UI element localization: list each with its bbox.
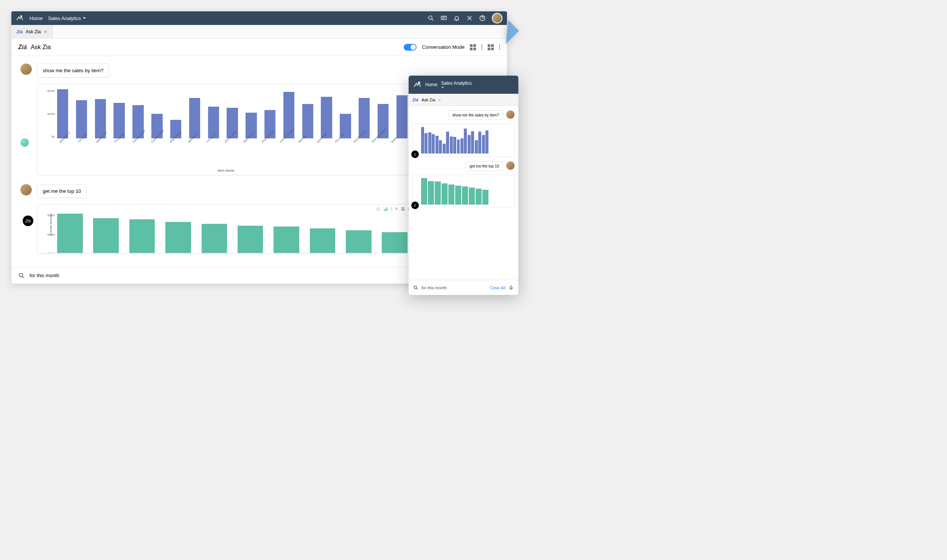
bar-chart-1: $80M $40M $0 Speaker-7.2TV-OLEDSpeaker-5… [42, 89, 410, 150]
image-icon[interactable]: 🖼 [401, 207, 405, 212]
mobile-user-msg: show me the sales by item? [412, 110, 515, 120]
bar[interactable] [129, 219, 155, 253]
chart-area-1: $80M $40M $0 Speaker-7.2TV-OLEDSpeaker-5… [37, 84, 414, 175]
page-title: Ask Zia [31, 44, 51, 51]
brand-logo[interactable] [16, 14, 23, 22]
chart-bars [57, 214, 407, 253]
nav-icons-group [428, 13, 502, 23]
tab-bar: Ziá Ask Zia × [11, 25, 507, 39]
chat-icon[interactable] [440, 15, 447, 22]
mobile-chart-card-1: · · ·· · ·· · · Z [412, 124, 515, 157]
svg-point-1 [429, 16, 432, 19]
bell-icon[interactable] [453, 15, 460, 22]
mobile-info: · · ·· · ·· · · [488, 178, 511, 205]
bar[interactable] [238, 226, 263, 253]
mobile-tab-label: Ask Zia [421, 98, 435, 102]
mobile-tab[interactable]: Ziá Ask Zia × [409, 94, 518, 106]
nav-home[interactable]: Home [30, 16, 43, 21]
user-avatar-small [20, 184, 32, 195]
tab-ask-zia[interactable]: Ziá Ask Zia × [11, 25, 53, 38]
bar[interactable] [165, 222, 191, 253]
user-avatar-small [506, 110, 515, 119]
bar[interactable] [57, 89, 68, 138]
zia-icon: Ziá [17, 29, 23, 34]
user-avatar-small [20, 64, 32, 75]
more-menu-icon[interactable] [481, 45, 482, 50]
layout-grid-icon[interactable] [470, 44, 476, 50]
mobile-bar-chart [416, 127, 488, 154]
x-axis-title: Item Name [42, 169, 410, 172]
user-message-bubble: show me the sales by item? [37, 64, 109, 78]
bar[interactable] [93, 218, 119, 253]
clear-all-button[interactable]: Clear All [490, 285, 505, 290]
bar[interactable] [57, 214, 83, 253]
top-navbar: Home Sales Analytics [11, 11, 507, 25]
info-icon[interactable]: ⓘ [376, 207, 380, 212]
user-avatar-small [506, 161, 515, 170]
user-message-bubble: get me the top 10 [37, 184, 87, 198]
search-icon [18, 272, 25, 279]
bar[interactable] [202, 224, 227, 253]
mobile-search-bar: for this month Clear All [409, 280, 518, 295]
bar[interactable] [274, 226, 299, 253]
mobile-search-text[interactable]: for this month [421, 285, 447, 290]
svg-point-5 [418, 82, 420, 84]
mobile-msg-bubble: get me the top 10 [465, 161, 503, 171]
brand-logo[interactable] [413, 81, 421, 89]
svg-rect-2 [441, 16, 446, 20]
chart-type-icon[interactable]: 📊 [383, 207, 388, 212]
nav-workspace-label: Sales Analytics [48, 16, 81, 21]
close-icon[interactable]: × [439, 98, 441, 102]
tab-label: Ask Zia [26, 29, 41, 34]
bar[interactable] [346, 230, 372, 253]
mobile-msg-bubble: show me the sales by item? [448, 110, 503, 120]
search-icon[interactable] [428, 15, 434, 22]
edit-icon[interactable]: ✎ [395, 207, 398, 212]
chart-area-2: ⓘ 📊 | ✎ 🖼 ▦ al Order Amount $80M $60M $4… [37, 205, 414, 253]
search-icon [413, 285, 418, 290]
conversation-mode-toggle[interactable] [404, 44, 417, 51]
zia-avatar-badge: Z [411, 150, 419, 158]
user-avatar[interactable] [492, 13, 502, 23]
header-controls: Conversation Mode [404, 44, 500, 51]
conversation-mode-label: Conversation Mode [422, 44, 465, 50]
mobile-user-msg-2: get me the top 10 [412, 161, 515, 171]
mobile-body: show me the sales by item? · · ·· · ·· ·… [409, 106, 518, 280]
mobile-nav-home[interactable]: Home [425, 82, 437, 87]
chevron-down-icon [441, 86, 444, 89]
mobile-topbar: Home Sales Analytics [409, 76, 518, 94]
y-axis-ticks: $80M $60M $40M [42, 214, 55, 253]
decorative-orb [20, 138, 29, 147]
zia-logo-icon: Ziá [18, 44, 27, 51]
zia-avatar-badge: Ziá [23, 216, 33, 226]
help-icon[interactable] [479, 15, 486, 22]
bar[interactable] [310, 228, 336, 253]
nav-workspace[interactable]: Sales Analytics [48, 16, 86, 21]
svg-point-0 [21, 16, 22, 17]
mobile-info: · · ·· · ·· · · [488, 127, 511, 154]
bar-chart-2: al Order Amount $80M $60M $40M [42, 214, 410, 253]
zia-avatar-badge: Z [411, 202, 419, 209]
bar[interactable] [382, 232, 407, 253]
close-icon[interactable]: × [44, 29, 47, 35]
mobile-nav-workspace[interactable]: Sales Analytics [441, 81, 472, 89]
more-menu-icon-2[interactable] [499, 45, 500, 50]
svg-rect-7 [510, 285, 512, 288]
chevron-down-icon [82, 16, 86, 20]
mobile-panel: Home Sales Analytics Ziá Ask Zia × show … [409, 76, 518, 295]
page-header: Ziá Ask Zia Conversation Mode [11, 39, 507, 56]
mobile-chart-card-2: · · ·· · ·· · · Z [412, 175, 515, 208]
tools-icon[interactable] [466, 15, 473, 22]
mobile-bar-chart [416, 178, 488, 205]
zia-icon: Ziá [412, 98, 418, 102]
svg-point-6 [414, 286, 417, 289]
card-toolbar: ⓘ 📊 | ✎ 🖼 ▦ [376, 207, 411, 212]
svg-point-4 [19, 273, 23, 277]
y-axis-ticks: $80M $40M $0 [42, 89, 55, 138]
layout-grid-icon-2[interactable] [488, 44, 494, 50]
divider: | [391, 207, 392, 212]
microphone-icon[interactable] [508, 285, 514, 290]
x-axis-labels: Speaker-7.2TV-OLEDSpeaker-5.2TV-CurvedCa… [57, 141, 407, 164]
